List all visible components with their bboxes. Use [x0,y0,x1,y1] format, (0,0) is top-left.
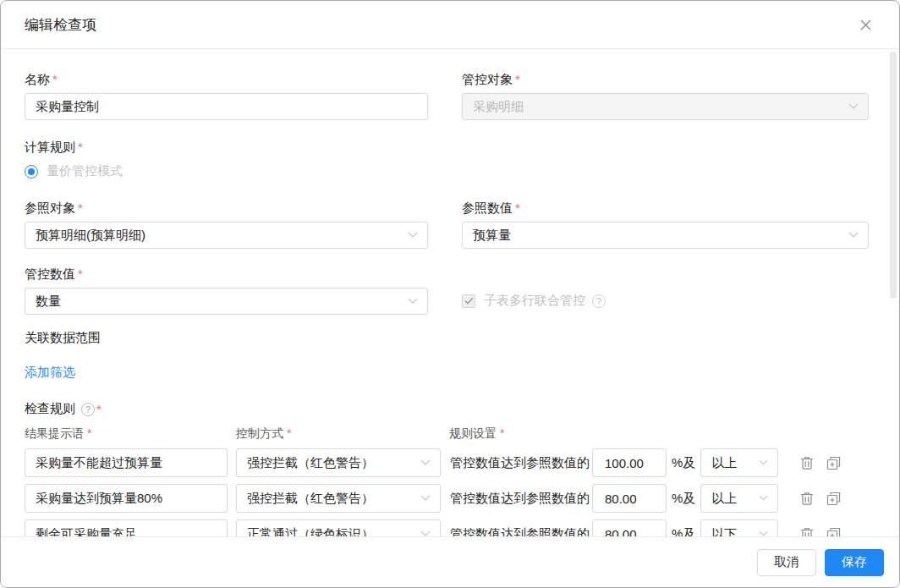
calc-rule-label: 计算规则* [25,139,867,156]
joint-control-checkbox-row: 子表多行联合管控 ? [462,293,606,309]
rule-row: 强控拦截（红色警告） 管控数值达到参照数值的 %及 以上 [25,448,867,477]
required-mark: * [515,201,520,215]
ref-object-value: 预算明细(预算明细) [36,228,145,244]
rule-control-select[interactable]: 正常通过（绿色标识） [236,519,441,536]
chevron-down-icon [848,103,859,110]
delete-row-icon[interactable] [799,491,815,506]
required-mark: * [515,72,520,86]
ref-object-select[interactable]: 预算明细(预算明细) [25,222,428,249]
rule-prefix-text: 管控数值达到参照数值的 [450,455,590,471]
control-value-value: 数量 [36,294,61,310]
delete-row-icon[interactable] [799,455,815,470]
rule-prefix-text: 管控数值达到参照数值的 [450,526,590,537]
rule-control-select[interactable]: 强控拦截（红色警告） [236,448,441,477]
control-object-label: 管控对象* [462,71,869,88]
rule-row: 强控拦截（红色警告） 管控数值达到参照数值的 %及 以上 [25,484,867,513]
required-mark: * [500,426,504,440]
edit-check-item-dialog: 编辑检查项 名称* 管控对象* 采购明细 [0,0,900,588]
name-label: 名称* [25,71,428,88]
checkbox-checked-icon [462,294,475,308]
chevron-down-icon [759,460,768,466]
chevron-down-icon [420,530,431,536]
required-mark: * [78,267,83,281]
rule-row: 正常通过（绿色标识） 管控数值达到参照数值的 %及 以下 [25,519,867,536]
add-row-icon[interactable] [826,526,841,536]
ref-value-select[interactable]: 预算量 [462,222,869,249]
chevron-down-icon [420,495,431,502]
rule-result-input[interactable] [25,519,228,536]
radio-label: 量价管控模式 [47,163,123,179]
rule-suffix-text: %及 [672,491,695,507]
control-value-select[interactable]: 数量 [25,288,428,315]
add-filter-link[interactable]: 添加筛选 [25,365,75,381]
rule-control-value: 正常通过（绿色标识） [247,526,374,537]
col-result-header: 结果提示语 [25,426,84,440]
ref-value-value: 预算量 [473,228,511,244]
rule-control-select[interactable]: 强控拦截（红色警告） [236,484,441,513]
rule-result-input[interactable] [25,484,228,513]
rule-column-headers: 结果提示语* 控制方式* 规则设置* [25,426,867,442]
rule-suffix-text: %及 [672,455,695,471]
rule-percent-input[interactable] [592,519,667,536]
rule-percent-input[interactable] [592,484,667,513]
required-mark: * [78,201,83,215]
add-row-icon[interactable] [826,491,841,506]
chevron-down-icon [408,232,418,239]
help-icon: ? [592,294,606,308]
joint-control-label: 子表多行联合管控 [484,293,585,309]
check-rules-label: 检查规则 ? * [25,401,867,417]
rule-direction-select[interactable]: 以上 [700,484,778,513]
rule-direction-select[interactable]: 以下 [700,519,778,536]
dialog-header: 编辑检查项 [1,1,899,49]
ref-object-label: 参照对象* [25,200,428,217]
rule-prefix-text: 管控数值达到参照数值的 [450,491,590,507]
scrollbar-thumb[interactable] [890,52,897,299]
required-mark: * [52,72,58,86]
calc-rule-radio-group: 量价管控模式 [25,163,867,179]
required-mark: * [96,402,102,416]
chevron-down-icon [759,531,768,537]
close-icon[interactable] [857,16,874,33]
control-object-select: 采购明细 [462,93,869,120]
screen: 编辑检查项 名称* 管控对象* 采购明细 [0,0,900,588]
radio-checked-icon [25,165,38,179]
chevron-down-icon [408,298,418,305]
save-button[interactable]: 保存 [825,549,884,576]
cancel-button[interactable]: 取消 [757,549,816,576]
rule-suffix-text: %及 [672,526,695,537]
rule-direction-value: 以上 [711,491,737,507]
rule-result-input[interactable] [25,448,228,477]
required-mark: * [287,426,291,440]
required-mark: * [87,426,91,440]
rule-direction-select[interactable]: 以上 [700,448,778,477]
required-mark: * [78,140,83,154]
dialog-footer: 取消 保存 [1,536,899,587]
add-row-icon[interactable] [826,455,841,470]
help-icon: ? [81,403,95,416]
data-range-label: 关联数据范围 [25,330,867,346]
col-setting-header: 规则设置 [449,426,497,440]
chevron-down-icon [848,232,859,239]
col-control-header: 控制方式 [236,426,283,440]
dialog-body: 名称* 管控对象* 采购明细 计算规则* 量价管控模式 [1,49,899,536]
rule-control-value: 强控拦截（红色警告） [247,455,374,471]
rule-direction-value: 以下 [711,526,737,537]
name-input[interactable] [25,93,428,120]
delete-row-icon[interactable] [799,526,815,536]
chevron-down-icon [420,459,431,466]
rule-direction-value: 以上 [711,455,737,471]
rule-control-value: 强控拦截（红色警告） [247,491,374,507]
rule-percent-input[interactable] [592,448,667,477]
chevron-down-icon [759,496,768,502]
dialog-title: 编辑检查项 [25,15,96,35]
control-object-value: 采购明细 [473,99,524,115]
ref-value-label: 参照数值* [462,200,869,217]
control-value-label: 管控数值* [25,266,428,283]
